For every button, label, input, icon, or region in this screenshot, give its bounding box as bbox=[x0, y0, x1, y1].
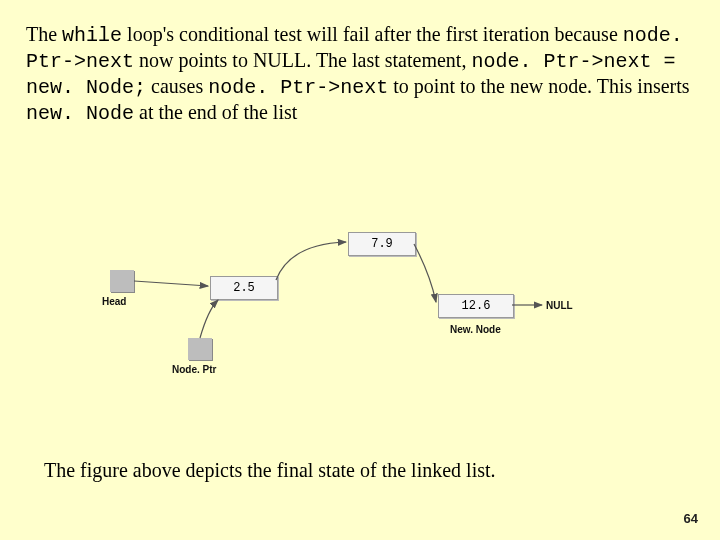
nodeptr-pointer-box bbox=[188, 338, 212, 360]
nodeptr-label: Node. Ptr bbox=[172, 364, 216, 375]
text: loop's conditional test will fail after … bbox=[122, 23, 623, 45]
text: causes bbox=[146, 75, 208, 97]
arrows bbox=[90, 230, 630, 410]
null-label: NULL bbox=[546, 300, 573, 311]
text: to point to the new node. This inserts bbox=[388, 75, 689, 97]
newnode-label: New. Node bbox=[450, 324, 501, 335]
code-newnode: new. Node bbox=[26, 102, 134, 125]
head-pointer-box bbox=[110, 270, 134, 292]
text: at the end of the list bbox=[134, 101, 297, 123]
node-12-6: 12.6 bbox=[438, 294, 514, 318]
node-2-5: 2.5 bbox=[210, 276, 278, 300]
text: The bbox=[26, 23, 62, 45]
node-7-9: 7.9 bbox=[348, 232, 416, 256]
head-label: Head bbox=[102, 296, 126, 307]
code-nodeptr-next-2: node. Ptr->next bbox=[208, 76, 388, 99]
page-number: 64 bbox=[684, 511, 698, 526]
text: now points to NULL. The last statement, bbox=[134, 49, 471, 71]
main-paragraph: The while loop's conditional test will f… bbox=[0, 0, 720, 126]
figure-caption: The figure above depicts the final state… bbox=[44, 459, 496, 482]
code-while: while bbox=[62, 24, 122, 47]
linked-list-diagram: Head Node. Ptr 2.5 7.9 12.6 NULL New. No… bbox=[90, 230, 630, 410]
svg-line-0 bbox=[134, 281, 208, 286]
